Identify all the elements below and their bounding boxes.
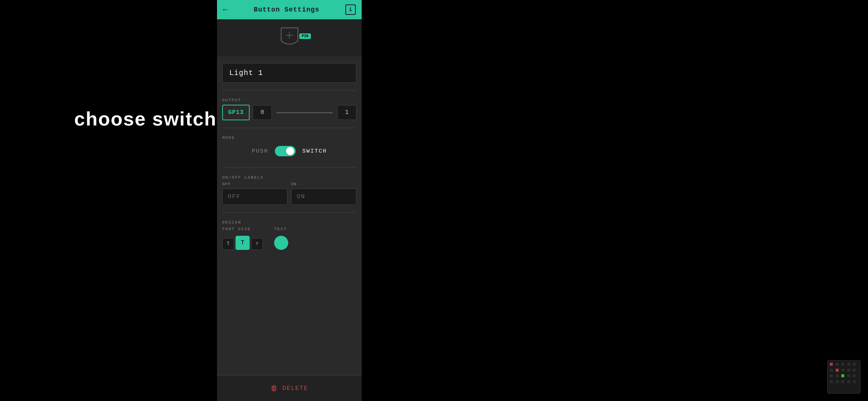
corner-dot-8 [841,369,844,372]
corner-dot-3 [841,363,844,366]
onoff-section-label: ON/OFF LABELS [222,175,356,180]
design-label: DESIGN [222,220,356,225]
on-input[interactable]: ON [291,189,356,205]
output-value-min: 0 [253,105,272,120]
annotation-text: choose switch [74,108,217,130]
info-button[interactable]: i [345,4,356,15]
separator-1 [222,90,356,91]
corner-dot-11 [830,374,833,377]
corner-dot-20 [853,380,856,383]
device-icon: PIN [279,26,300,50]
separator-2 [222,128,356,128]
corner-dot-7 [836,369,839,372]
off-col: OFF OFF [222,182,287,205]
font-size-group: FONT SIZE T T T [222,227,263,250]
font-size-label: FONT SIZE [222,227,263,231]
corner-dot-1 [830,363,833,366]
design-section: DESIGN FONT SIZE T T T TEXT [222,220,356,250]
corner-dot-17 [836,380,839,383]
slider-track [276,112,333,113]
corner-dot-16 [830,380,833,383]
output-section: OUTPUT GP13 0 1 [222,98,356,120]
corner-dot-18 [841,380,844,383]
bottom-area: 🗑 Delete [217,375,362,401]
page-title: Button Settings [254,6,319,13]
text-color-picker[interactable] [274,236,288,250]
corner-dot-14 [847,374,850,377]
corner-dot-5 [853,363,856,366]
device-diagram: PIN [217,19,362,56]
mode-row: PUSH SWITCH [222,142,356,160]
corner-dot-12 [836,374,839,377]
mode-label: MODE [222,136,356,140]
font-size-small[interactable]: T [222,238,234,250]
onoff-row: OFF OFF ON ON [222,182,356,205]
design-row: FONT SIZE T T T TEXT [222,227,356,250]
mode-toggle[interactable] [275,146,296,156]
text-color-label: TEXT [274,227,288,231]
output-slider[interactable] [275,112,334,113]
corner-dot-10 [853,369,856,372]
delete-label: Delete [282,385,308,392]
corner-dot-4 [847,363,850,366]
button-name-field[interactable]: Light 1 [222,63,356,83]
off-sublabel: OFF [222,182,287,186]
on-col: ON ON [291,182,356,205]
gp-badge[interactable]: GP13 [222,105,250,120]
main-panel: ← Button Settings i PIN Light 1 OUTPUT G… [217,0,362,401]
separator-3 [222,167,356,168]
delete-button[interactable]: 🗑 Delete [270,384,308,393]
output-row: GP13 0 1 [222,105,356,120]
font-size-buttons: T T T [222,236,263,250]
corner-dot-13 [841,374,844,377]
font-size-medium[interactable]: T [236,236,250,250]
toggle-knob [286,147,294,155]
back-button[interactable]: ← [223,5,228,14]
trash-icon: 🗑 [270,384,279,393]
corner-dot-2 [836,363,839,366]
output-label: OUTPUT [222,98,356,102]
corner-dot-6 [830,369,833,372]
off-input[interactable]: OFF [222,189,287,205]
corner-dot-15 [853,374,856,377]
push-label: PUSH [252,148,268,154]
switch-label: SWITCH [302,148,327,154]
corner-widget [827,360,861,394]
header: ← Button Settings i [217,0,362,19]
device-pin-label: PIN [299,33,310,39]
onoff-section: ON/OFF LABELS OFF OFF ON ON [222,175,356,205]
font-size-large[interactable]: T [251,238,263,250]
output-value-max: 1 [337,105,356,120]
corner-dot-9 [847,369,850,372]
separator-4 [222,212,356,213]
text-color-group: TEXT [274,227,288,250]
content-area[interactable]: Light 1 OUTPUT GP13 0 1 MODE PUSH [217,56,362,375]
mode-section: MODE PUSH SWITCH [222,136,356,160]
on-sublabel: ON [291,182,356,186]
corner-dot-19 [847,380,850,383]
